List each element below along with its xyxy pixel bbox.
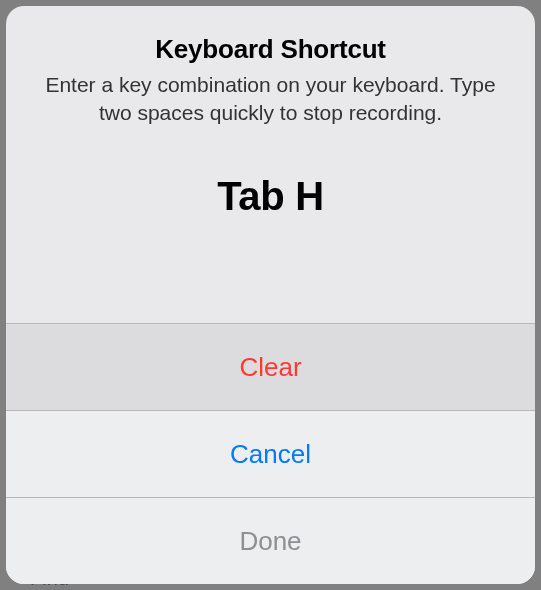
dialog-header: Keyboard Shortcut Enter a key combinatio… xyxy=(6,6,535,150)
keyboard-shortcut-dialog: Keyboard Shortcut Enter a key combinatio… xyxy=(6,6,535,584)
done-button[interactable]: Done xyxy=(6,497,535,584)
dialog-title: Keyboard Shortcut xyxy=(42,34,499,65)
dialog-subtitle: Enter a key combination on your keyboard… xyxy=(42,71,499,128)
shortcut-recording-field[interactable]: Tab H xyxy=(6,150,535,257)
clear-button[interactable]: Clear xyxy=(6,323,535,410)
dialog-buttons: Clear Cancel Done xyxy=(6,323,535,584)
cancel-button[interactable]: Cancel xyxy=(6,410,535,497)
